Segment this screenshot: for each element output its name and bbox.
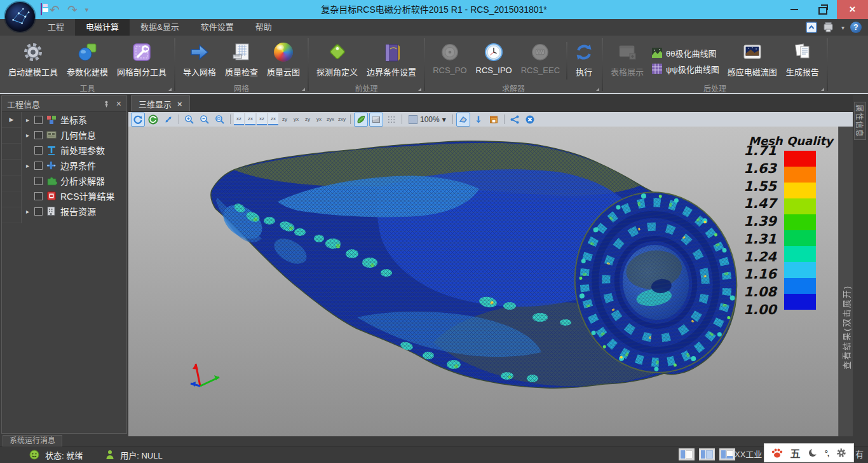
view-orientation-7[interactable]: zy [302,114,313,125]
expander-icon[interactable]: ▸ [24,162,31,169]
table-display-button[interactable]: 表格展示 [606,38,648,83]
checkbox[interactable] [34,162,43,170]
rcs-eec-button[interactable]: RCS_EEC [517,38,564,83]
menu-tab-help[interactable]: 帮助 [245,19,283,36]
undo-button[interactable]: ↶ [50,4,60,16]
layout-left-panel-icon[interactable] [679,448,695,460]
quick-access-dropdown-icon[interactable]: ▾ [85,6,89,14]
view-orientation-1[interactable]: xz [234,113,244,125]
device-dropdown-icon[interactable]: ▾ [841,24,844,31]
ime-toolbar[interactable]: 五 °, [764,443,854,462]
close-button[interactable]: × [837,0,868,19]
view-orientation-10[interactable]: zxy [337,114,347,125]
checkbox[interactable] [34,192,43,200]
tree-item-preprocess-params[interactable]: 前处理参数 [22,142,126,158]
view-orientation-4[interactable]: zx [268,113,278,125]
ime-punctuation-label[interactable]: °, [825,448,829,458]
view-orientation-6[interactable]: yx [291,114,301,125]
menu-tab-project[interactable]: 工程 [37,19,75,36]
save-button[interactable] [41,4,42,15]
share-icon[interactable] [508,113,522,127]
execute-button[interactable]: 执行 [569,38,599,83]
expander-icon[interactable]: ▸ [24,208,31,215]
quality-check-button[interactable]: 质量检查 [220,38,262,83]
view-orientation-2[interactable]: zx [245,113,255,125]
menu-tab-em-compute[interactable]: 电磁计算 [75,19,130,36]
checkbox[interactable] [34,131,43,139]
property-info-tab[interactable]: 属性信息 [854,102,866,140]
group-expand-icon[interactable] [302,88,305,91]
layout-bottom-panel-icon[interactable] [719,448,735,460]
rotate-view-icon[interactable] [131,113,145,127]
menu-tab-software-settings[interactable]: 软件设置 [190,19,245,36]
tree-item-report-resources[interactable]: ▸ 报告资源 [22,204,126,219]
redo-button[interactable]: ↷ [67,4,78,16]
launch-modeling-tool-button[interactable]: 启动建模工具 [4,38,62,83]
shaded-mode-leaf-icon[interactable] [354,113,368,127]
ime-paw-icon[interactable] [771,446,783,459]
help-icon[interactable]: ? [850,22,862,33]
group-expand-icon[interactable] [418,88,421,91]
tab-close-icon[interactable]: × [177,99,182,109]
checkbox[interactable] [34,177,43,185]
zoom-preset-select[interactable]: 100% ▾ [405,115,449,124]
induced-em-current-map-button[interactable]: 感应电磁流图 [723,38,782,83]
probe-angle-define-button[interactable]: 探测角定义 [312,38,362,83]
clip-plane-icon[interactable] [456,113,470,127]
ime-settings-gear-icon[interactable] [836,447,847,459]
panel-close-icon[interactable]: × [116,99,121,108]
display-device-icon[interactable] [823,22,836,33]
psi-polarization-curve-button[interactable]: ψψ极化曲线图 [652,63,719,75]
viewport-3d[interactable]: Mesh Quality 1.71 1.63 1.55 1.47 1.39 1.… [128,127,853,436]
view-results-collapsed-panel[interactable]: 查看结果(双击展开) [838,127,853,436]
expander-icon[interactable]: ▸ [24,132,31,139]
view-orientation-3[interactable]: xz [257,113,267,125]
collapse-ribbon-icon[interactable] [806,22,817,33]
tree-item-geometry-info[interactable]: ▸ 几何信息 [22,127,126,142]
wireframe-grid-icon[interactable] [384,113,398,127]
tab-3d-display[interactable]: 三维显示 × [131,95,190,111]
group-expand-icon[interactable] [168,88,172,91]
flat-shading-icon[interactable] [369,113,383,127]
tree-item-rcs-results[interactable]: RCS计算结果 [22,188,126,204]
quality-cloud-map-button[interactable]: 质量云图 [262,38,304,83]
group-expand-icon[interactable] [596,88,599,91]
view-orientation-5[interactable]: zy [280,114,290,125]
clear-view-icon[interactable] [523,113,537,127]
pin-icon[interactable] [103,100,110,107]
zoom-in-icon[interactable] [182,113,196,127]
tree-item-boundary-conditions[interactable]: ▸ 边界条件 [22,158,126,173]
rcs-po-button[interactable]: RCS_PO [428,38,471,83]
layout-split-panel-icon[interactable] [699,448,715,460]
ime-moon-icon[interactable] [808,448,818,458]
rcs-ipo-button[interactable]: RCS_IPO [471,38,517,83]
expander-icon[interactable]: ▸ [24,116,31,123]
checkbox[interactable] [34,116,43,124]
orbit-refresh-icon[interactable] [146,113,160,127]
view-orientation-9[interactable]: zyx [325,114,336,125]
zoom-out-icon[interactable] [198,113,212,127]
checkbox[interactable] [34,146,43,155]
generate-report-button[interactable]: 生成报告 [782,38,824,83]
import-mesh-button[interactable]: 导入网格 [179,38,220,83]
ime-mode-label[interactable]: 五 [790,445,801,460]
view-orientation-8[interactable]: yx [314,114,324,125]
restore-button[interactable] [808,0,837,19]
capture-window-icon[interactable] [487,113,501,127]
arrow-down-icon[interactable] [471,113,485,127]
tree-item-solver[interactable]: 分析求解器 [22,173,126,188]
tree-item-coordinate-system[interactable]: ▸ 坐标系 [22,112,126,127]
zoom-fit-icon[interactable] [213,113,227,127]
zoom-dropdown-icon[interactable]: ▾ [442,115,446,124]
menu-tab-data-display[interactable]: 数据&显示 [130,19,190,36]
theta-polarization-curve-button[interactable]: θθ极化曲线图 [652,47,719,59]
viewport-area: 三维显示 × xz zx xz zx zy yx zy yx zyx [128,95,853,446]
mesh-partition-tool-button[interactable]: 网格剖分工具 [112,38,171,83]
group-expand-icon[interactable] [821,88,824,91]
checkbox[interactable] [34,207,43,216]
parametric-modeling-button[interactable]: 参数化建模 [62,38,112,83]
minimize-button[interactable] [780,0,808,19]
boundary-condition-settings-button[interactable]: 边界条件设置 [362,38,421,83]
pan-icon[interactable] [161,113,175,127]
system-messages-tab[interactable]: 系统运行消息 [3,435,62,446]
